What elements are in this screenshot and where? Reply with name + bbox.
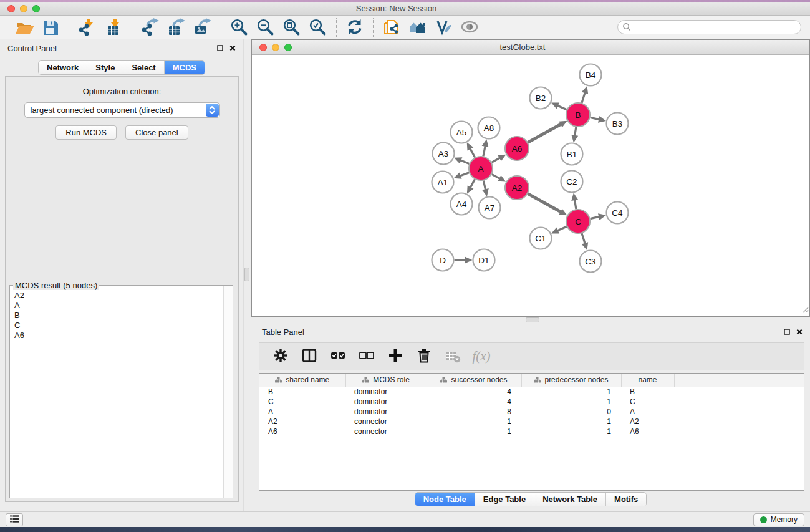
network-canvas[interactable]: B4B2BB3A8A5A6A3B1AA1C2A2A4A7C4CC1DD1C3 <box>252 55 809 316</box>
node-D[interactable]: D <box>432 249 454 271</box>
node-B2[interactable]: B2 <box>530 87 552 109</box>
edge-A-A4[interactable] <box>470 180 475 188</box>
search-input[interactable] <box>617 20 801 34</box>
style-button[interactable] <box>433 17 455 37</box>
memory-button[interactable]: Memory <box>753 513 804 526</box>
import-table-button[interactable] <box>102 17 125 37</box>
float-panel-icon[interactable] <box>784 329 790 335</box>
tab-motifs[interactable]: Motifs <box>605 493 646 506</box>
open-button[interactable] <box>13 17 36 37</box>
tab-style[interactable]: Style <box>87 61 123 74</box>
node-C3[interactable]: C3 <box>580 251 602 273</box>
edge-A2-C[interactable] <box>528 194 562 213</box>
node-A8[interactable]: A8 <box>478 117 500 139</box>
tab-network-table[interactable]: Network Table <box>534 493 605 506</box>
home-button[interactable] <box>407 17 429 37</box>
zoom-in-button[interactable] <box>228 17 251 37</box>
node-B3[interactable]: B3 <box>607 113 629 135</box>
export-table-button[interactable] <box>165 17 188 37</box>
table-row[interactable]: Bdominator41B <box>259 387 804 397</box>
add-button[interactable] <box>385 347 405 367</box>
zoom-selected-button[interactable] <box>307 17 329 37</box>
close-network-button[interactable] <box>259 44 267 51</box>
table-row[interactable]: Adominator80A <box>259 407 804 417</box>
edge-C-C1[interactable] <box>557 226 567 231</box>
minimize-network-button[interactable] <box>272 44 279 51</box>
import-network-button[interactable] <box>76 17 99 37</box>
minimize-window-button[interactable] <box>20 5 27 12</box>
save-button[interactable] <box>39 17 62 37</box>
node-A5[interactable]: A5 <box>451 122 473 143</box>
node-A[interactable]: A <box>469 157 493 180</box>
edge-B-B3[interactable] <box>591 117 600 119</box>
edge-B-B2[interactable] <box>557 105 567 110</box>
column-header-name[interactable]: name <box>621 374 674 387</box>
mcds-result-item[interactable]: B <box>14 311 233 321</box>
node-A3[interactable]: A3 <box>433 143 455 165</box>
node-D1[interactable]: D1 <box>473 249 495 271</box>
edge-A-A6[interactable] <box>492 157 501 162</box>
zoom-window-button[interactable] <box>32 5 40 12</box>
edge-C-C3[interactable] <box>582 233 586 244</box>
close-window-button[interactable] <box>7 5 15 12</box>
edge-A-A3[interactable] <box>460 160 469 164</box>
node-A6[interactable]: A6 <box>505 137 529 160</box>
node-C2[interactable]: C2 <box>561 171 583 193</box>
node-B[interactable]: B <box>566 103 590 127</box>
node-A2[interactable]: A2 <box>505 176 529 200</box>
float-panel-icon[interactable] <box>217 45 223 51</box>
criterion-select[interactable]: largest connected component (directed) <box>24 102 220 118</box>
result-scrollbar[interactable] <box>223 286 233 498</box>
zoom-fit-button[interactable] <box>281 17 303 37</box>
close-panel-icon[interactable] <box>796 329 803 335</box>
column-header-predecessor-nodes[interactable]: predecessor nodes <box>521 374 621 387</box>
task-history-button[interactable] <box>6 513 23 526</box>
tab-edge-table[interactable]: Edge Table <box>475 493 534 506</box>
edge-B-B4[interactable] <box>582 92 586 103</box>
select-all-button[interactable] <box>328 347 348 367</box>
table-row[interactable]: A2connector11A2 <box>259 417 804 427</box>
edge-A-A1[interactable] <box>460 173 469 177</box>
refresh-button[interactable] <box>344 17 366 37</box>
delete-button[interactable] <box>414 347 434 367</box>
node-A7[interactable]: A7 <box>479 197 501 219</box>
node-C1[interactable]: C1 <box>530 228 552 249</box>
mcds-result-item[interactable]: A2 <box>14 291 233 301</box>
tab-node-table[interactable]: Node Table <box>415 493 475 506</box>
tab-mcds[interactable]: MCDS <box>164 61 205 74</box>
tab-select[interactable]: Select <box>123 61 163 74</box>
node-B1[interactable]: B1 <box>561 143 583 165</box>
edge-A-A8[interactable] <box>483 145 485 156</box>
close-panel-icon[interactable] <box>229 45 236 51</box>
table-row[interactable]: Cdominator41C <box>259 397 804 407</box>
column-header-successor-nodes[interactable]: successor nodes <box>427 374 521 387</box>
edge-C-C2[interactable] <box>574 199 576 209</box>
divider-grip[interactable] <box>526 317 539 322</box>
cyndex-button[interactable] <box>380 17 403 37</box>
node-C4[interactable]: C4 <box>607 202 629 224</box>
edge-A-A2[interactable] <box>492 174 501 178</box>
export-network-button[interactable] <box>139 17 162 37</box>
node-B4[interactable]: B4 <box>580 64 602 86</box>
settings-button[interactable] <box>271 347 291 367</box>
divider-grip[interactable] <box>244 268 249 281</box>
export-image-button[interactable] <box>191 17 214 37</box>
run-mcds-button[interactable]: Run MCDS <box>55 125 117 140</box>
edge-A6-B[interactable] <box>528 123 562 142</box>
columns-button[interactable] <box>299 347 319 367</box>
zoom-out-button[interactable] <box>254 17 277 37</box>
unselect-all-button[interactable] <box>357 347 377 367</box>
zoom-network-button[interactable] <box>284 44 292 51</box>
column-header-shared-name[interactable]: shared name <box>259 374 345 387</box>
tab-network[interactable]: Network <box>39 61 87 74</box>
column-header-MCDS-role[interactable]: MCDS role <box>345 374 427 387</box>
table-row[interactable]: A6connector11A6 <box>259 427 804 437</box>
mcds-result-item[interactable]: A6 <box>14 331 233 341</box>
resize-corner-icon[interactable] <box>802 304 809 316</box>
close-panel-button[interactable]: Close panel <box>125 125 188 140</box>
edge-A-A7[interactable] <box>483 181 485 191</box>
edge-B-B1[interactable] <box>574 127 576 137</box>
eye-button[interactable] <box>459 17 481 37</box>
node-C[interactable]: C <box>566 210 590 233</box>
node-A4[interactable]: A4 <box>451 193 473 215</box>
